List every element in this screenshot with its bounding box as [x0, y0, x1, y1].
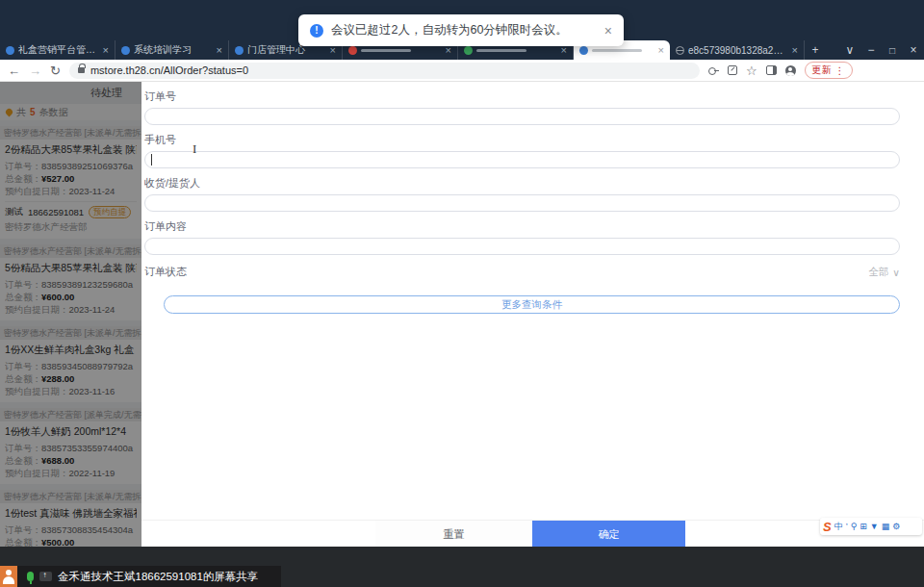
order-content-input[interactable]	[144, 238, 900, 255]
date-value: 2023-11-16	[69, 386, 116, 396]
password-key-icon[interactable]	[708, 65, 719, 76]
ime-lang-icon[interactable]: 中	[834, 523, 843, 531]
ime-settings-icon[interactable]: ⚙	[892, 523, 900, 531]
screen-share-icon[interactable]	[39, 572, 52, 581]
count-suffix: 条数据	[39, 106, 68, 119]
ime-toolbox-icon[interactable]: ▦	[882, 523, 890, 531]
order-no: 83859345088979792a	[41, 361, 133, 371]
tab-close-icon[interactable]: ×	[103, 44, 109, 56]
store-header: 密特罗德水产经营部 [未派单/无需拆单]	[0, 126, 141, 140]
order-no-label: 订单号：	[5, 361, 41, 371]
order-card[interactable]: 密特罗德水产经营部 [未派单/无需拆单] 2份精品大果85苹果礼盒装 陕西洛阳1…	[0, 126, 141, 239]
ime-punctuation-icon[interactable]: ’	[846, 523, 848, 531]
phone-field-label: 手机号	[144, 133, 900, 147]
back-icon[interactable]: ←	[8, 64, 20, 77]
tab-label: 系统培训学习	[134, 43, 213, 57]
side-panel-icon[interactable]	[766, 65, 777, 75]
order-no-input[interactable]	[144, 108, 900, 125]
ime-mic-icon[interactable]: ⚲	[851, 523, 858, 531]
phone-input[interactable]	[144, 151, 900, 168]
bookmark-star-icon[interactable]: ☆	[746, 64, 757, 77]
screen-share-bar: 金禾通技术王斌18662591081的屏幕共享	[0, 566, 281, 587]
tab-label: e8c573980b1328a258fd2e61	[688, 45, 788, 56]
order-no-label: 订单号：	[5, 161, 41, 171]
tab-hash-page[interactable]: e8c573980b1328a258fd2e61 ×	[670, 40, 805, 60]
address-bar[interactable]: mstore.th28.cn/AllOrder?status=0	[69, 63, 700, 79]
sogou-logo-icon[interactable]: S	[823, 521, 832, 533]
order-no: 83859389251069376a	[41, 161, 133, 171]
store-header: 密特罗德水产经营部 [派单完成/无需拆单]	[0, 408, 141, 421]
result-count-row: 共 5 条数据	[0, 104, 141, 120]
presenter-avatar-icon	[0, 566, 17, 587]
store-name: 密特罗德水产经营部	[5, 221, 137, 234]
window-minimize-button[interactable]: −	[860, 40, 882, 60]
ime-toolbar: S 中 ’ ⚲ ⊞ ▼ ▦ ⚙	[820, 518, 922, 535]
toast-close-icon[interactable]: ×	[604, 23, 612, 38]
pickup-badge: 预约自提	[89, 206, 131, 218]
window-maximize-button[interactable]: □	[882, 40, 903, 60]
order-no-field-label: 订单号	[144, 89, 900, 104]
order-list-sidebar: 待处理 共 5 条数据 密特罗德水产经营部 [未派单/无需拆单] 2份精品大果8…	[0, 82, 141, 547]
pending-tab-header[interactable]: 待处理	[0, 82, 141, 104]
tab-favicon-icon	[579, 46, 588, 55]
product-title: 2份精品大果85苹果礼盒装 陕西洛阳16	[5, 143, 137, 157]
tab-gift-platform[interactable]: 礼盒营销平台管理中心 ×	[0, 40, 116, 60]
url-text: mstore.th28.cn/AllOrder?status=0	[90, 64, 248, 76]
store-header: 密特罗德水产经营部 [未派单/无需拆单]	[0, 326, 141, 340]
date-label: 预约自提日期：	[5, 186, 69, 196]
chrome-update-button[interactable]: 更新 ⋮	[805, 62, 853, 79]
drawer-footer: 重置 确定	[141, 520, 924, 547]
order-card[interactable]: 密特罗德水产经营部 [未派单/无需拆单] 1份XX生鲜羊肉礼盒3kg 礼盒 订单…	[0, 326, 141, 402]
date-label: 预约自提日期：	[5, 386, 69, 396]
new-tab-button[interactable]: +	[805, 40, 826, 60]
profile-avatar-icon[interactable]	[785, 65, 796, 76]
more-conditions-button[interactable]: 更多查询条件	[164, 295, 900, 314]
ime-keyboard-icon[interactable]: ⊞	[860, 523, 867, 531]
status-field-label: 订单状态	[144, 265, 187, 279]
share-bar-text: 金禾通技术王斌18662591081的屏幕共享	[58, 570, 258, 584]
tab-label-obscured	[361, 49, 411, 52]
product-title: 1份牧羊人鲜奶 200ml*12*4	[5, 425, 137, 439]
reload-icon[interactable]: ↻	[50, 64, 61, 77]
window-close-button[interactable]: ×	[903, 40, 924, 60]
location-pin-icon	[5, 108, 14, 117]
date-label: 预约自提日期：	[5, 304, 69, 315]
tab-close-icon[interactable]: ×	[217, 44, 222, 56]
chevron-down-icon: ∨	[892, 267, 900, 278]
tab-training[interactable]: 系统培训学习 ×	[116, 40, 229, 60]
tab-label-obscured	[476, 49, 526, 52]
amount-label: 总金额：	[5, 292, 41, 302]
tab-close-icon[interactable]: ×	[658, 44, 664, 56]
reset-button[interactable]: 重置	[375, 521, 532, 548]
meeting-notification-toast: ! 会议已超过2人，自动转为60分钟限时会议。 ×	[298, 14, 624, 46]
confirm-button[interactable]: 确定	[532, 521, 685, 548]
tab-favicon-icon	[348, 46, 357, 55]
tab-close-icon[interactable]: ×	[792, 44, 798, 56]
microphone-icon[interactable]	[27, 572, 34, 581]
forward-icon[interactable]: →	[29, 64, 41, 77]
status-value: 全部	[868, 266, 888, 279]
receiver-field-label: 收货/提货人	[144, 176, 900, 191]
ime-skin-icon[interactable]: ▼	[870, 523, 879, 531]
count-value: 5	[30, 107, 36, 117]
update-label: 更新	[812, 64, 832, 77]
product-title: 5份精品大果85苹果礼盒装 陕西洛阳16	[5, 262, 137, 275]
tabstrip-spacer	[826, 40, 839, 60]
order-card[interactable]: 密特罗德水产经营部 [未派单/无需拆单] 5份精品大果85苹果礼盒装 陕西洛阳1…	[0, 244, 141, 320]
tab-search-icon[interactable]: ∨	[839, 40, 860, 60]
share-icon[interactable]	[728, 65, 737, 75]
order-no-label: 订单号：	[5, 443, 41, 453]
tab-label: 礼盒营销平台管理中心	[18, 43, 99, 57]
order-card[interactable]: 密特罗德水产经营部 [派单完成/无需拆单] 1份牧羊人鲜奶 200ml*12*4…	[0, 408, 141, 484]
lock-icon	[78, 67, 85, 73]
order-card[interactable]: 密特罗德水产经营部 [未派单/无需拆单] 1份test 真滋味 佛跳墙全家福礼盒…	[0, 490, 141, 547]
date-label: 预约自提日期：	[5, 468, 69, 478]
status-select[interactable]: 全部 ∨	[868, 266, 900, 279]
tab-favicon-icon	[6, 46, 14, 55]
amount-value: ¥527.00	[41, 173, 74, 184]
store-header: 密特罗德水产经营部 [未派单/无需拆单]	[0, 490, 141, 503]
receiver-input[interactable]	[144, 194, 900, 212]
toast-message: 会议已超过2人，自动转为60分钟限时会议。	[331, 22, 568, 38]
content-field-label: 订单内容	[144, 219, 900, 234]
tab-favicon-icon	[464, 46, 473, 55]
